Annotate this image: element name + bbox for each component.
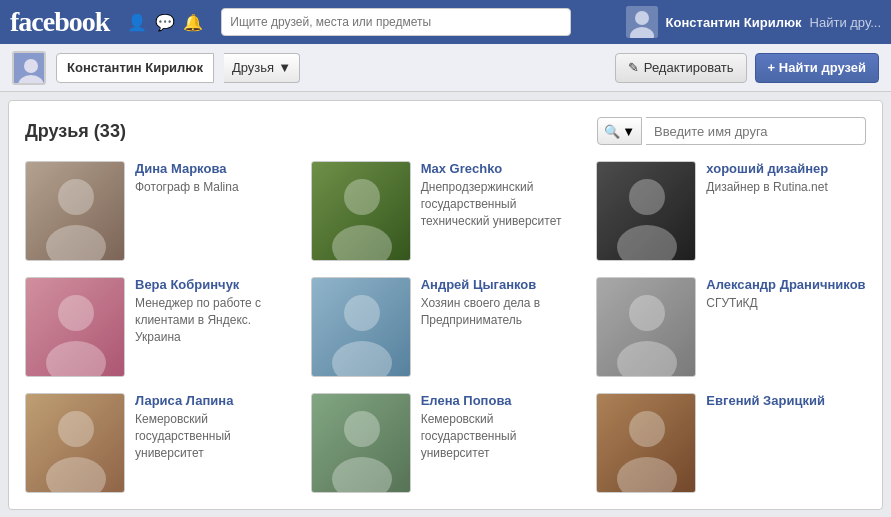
friend-info: Max Grechko Днепродзержинский государств…: [421, 161, 581, 229]
friend-detail: Днепродзержинский государственный технич…: [421, 179, 581, 229]
friend-info: Лариса Лапина Кемеровский государственны…: [135, 393, 295, 461]
main-content: Друзья (33) 🔍 ▼ Дина Маркова Фотограф в …: [8, 100, 883, 510]
chevron-down-icon: ▼: [278, 60, 291, 75]
profile-name-button[interactable]: Константин Кирилюк: [56, 53, 214, 83]
header-find-friends-link[interactable]: Найти дру...: [810, 15, 881, 30]
messages-icon[interactable]: 💬: [155, 13, 175, 32]
friend-photo: [25, 161, 125, 261]
friend-detail: Дизайнер в Rutina.net: [706, 179, 866, 196]
friend-card: Елена Попова Кемеровский государственный…: [311, 393, 581, 493]
friend-detail: СГУТиКД: [706, 295, 866, 312]
friend-name-link[interactable]: Андрей Цыганков: [421, 277, 581, 292]
svg-point-7: [58, 179, 94, 215]
header-right: Константин Кирилюк Найти дру...: [626, 6, 881, 38]
friend-name-link[interactable]: Елена Попова: [421, 393, 581, 408]
friend-info: Елена Попова Кемеровский государственный…: [421, 393, 581, 461]
friend-photo: [596, 161, 696, 261]
friend-name-link[interactable]: Max Grechko: [421, 161, 581, 176]
facebook-logo: facebook: [10, 6, 109, 38]
friend-search-input[interactable]: [646, 117, 866, 145]
friend-name-link[interactable]: Дина Маркова: [135, 161, 295, 176]
friend-search-box: 🔍 ▼: [597, 117, 866, 145]
friends-grid: Дина Маркова Фотограф в Malina Max Grech…: [25, 161, 866, 493]
friend-name-link[interactable]: Вера Кобринчук: [135, 277, 295, 292]
global-search-input[interactable]: [221, 8, 571, 36]
add-friend-button[interactable]: + Найти друзей: [755, 53, 879, 83]
friend-info: Вера Кобринчук Менеджер по работе с клие…: [135, 277, 295, 345]
friend-photo: [311, 277, 411, 377]
friend-info: хороший дизайнер Дизайнер в Rutina.net: [706, 161, 866, 196]
svg-point-13: [629, 179, 665, 215]
friend-detail: Кемеровский государственный университет: [135, 411, 295, 461]
svg-point-4: [24, 59, 38, 73]
pencil-icon: ✎: [628, 60, 639, 75]
friend-info: Евгений Зарицкий: [706, 393, 866, 411]
friend-card: Евгений Зарицкий: [596, 393, 866, 493]
svg-point-1: [635, 11, 649, 25]
friend-card: Андрей Цыганков Хозяин своего дела в Пре…: [311, 277, 581, 377]
friend-card: Дина Маркова Фотограф в Malina: [25, 161, 295, 261]
friend-name-link[interactable]: Лариса Лапина: [135, 393, 295, 408]
svg-point-22: [629, 295, 665, 331]
friend-photo: [25, 393, 125, 493]
header: facebook 👤 💬 🔔 Константин Кирилюк Найти …: [0, 0, 891, 44]
friends-header: Друзья (33) 🔍 ▼: [25, 117, 866, 145]
friend-name-link[interactable]: Александр Драничников: [706, 277, 866, 292]
friends-tab-button[interactable]: Друзья ▼: [224, 53, 300, 83]
friend-info: Дина Маркова Фотограф в Malina: [135, 161, 295, 196]
svg-point-31: [629, 411, 665, 447]
global-search: [221, 8, 571, 36]
search-filter-dropdown[interactable]: 🔍 ▼: [597, 117, 642, 145]
friend-info: Андрей Цыганков Хозяин своего дела в Пре…: [421, 277, 581, 329]
friend-card: хороший дизайнер Дизайнер в Rutina.net: [596, 161, 866, 261]
friend-photo: [311, 161, 411, 261]
friend-name-link[interactable]: хороший дизайнер: [706, 161, 866, 176]
friend-photo: [311, 393, 411, 493]
friend-card: Вера Кобринчук Менеджер по работе с клие…: [25, 277, 295, 377]
friend-card: Александр Драничников СГУТиКД: [596, 277, 866, 377]
svg-point-16: [58, 295, 94, 331]
header-user-avatar: [626, 6, 658, 38]
friend-card: Лариса Лапина Кемеровский государственны…: [25, 393, 295, 493]
header-username[interactable]: Константин Кирилюк: [666, 15, 802, 30]
friend-detail: Кемеровский государственный университет: [421, 411, 581, 461]
edit-button[interactable]: ✎ Редактировать: [615, 53, 747, 83]
profile-avatar: [12, 51, 46, 85]
friend-detail: Фотограф в Malina: [135, 179, 295, 196]
friend-card: Max Grechko Днепродзержинский государств…: [311, 161, 581, 261]
friends-icon[interactable]: 👤: [127, 13, 147, 32]
svg-point-19: [344, 295, 380, 331]
svg-point-10: [344, 179, 380, 215]
chevron-down-icon: ▼: [622, 124, 635, 139]
friend-detail: Менеджер по работе с клиентами в Яндекс.…: [135, 295, 295, 345]
svg-point-28: [344, 411, 380, 447]
notifications-icon[interactable]: 🔔: [183, 13, 203, 32]
svg-point-25: [58, 411, 94, 447]
header-nav-icons: 👤 💬 🔔: [127, 13, 203, 32]
friend-name-link[interactable]: Евгений Зарицкий: [706, 393, 866, 408]
friend-photo: [596, 277, 696, 377]
friend-detail: Хозяин своего дела в Предприниматель: [421, 295, 581, 329]
search-icon: 🔍: [604, 124, 620, 139]
friend-photo: [25, 277, 125, 377]
profile-bar: Константин Кирилюк Друзья ▼ ✎ Редактиров…: [0, 44, 891, 92]
friend-photo: [596, 393, 696, 493]
profile-actions: ✎ Редактировать + Найти друзей: [615, 53, 879, 83]
friends-title: Друзья (33): [25, 121, 126, 142]
friend-info: Александр Драничников СГУТиКД: [706, 277, 866, 312]
